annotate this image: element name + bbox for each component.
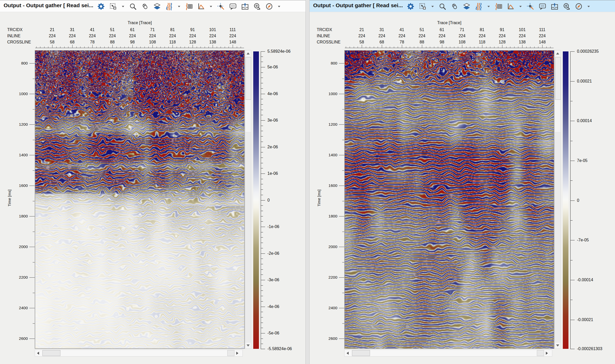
zoom-icon[interactable]	[129, 3, 137, 10]
layers-icon[interactable]	[153, 3, 161, 10]
trace-major-tick	[502, 45, 502, 48]
compass-icon[interactable]	[265, 3, 273, 10]
trace-minor-tick	[56, 47, 57, 48]
trace-table-icon[interactable]	[185, 3, 193, 10]
snapshot-export-icon[interactable]	[551, 3, 558, 10]
trace-minor-tick	[48, 47, 48, 48]
scroll-left-button[interactable]	[345, 350, 350, 356]
time-tick-label: 1800	[315, 214, 337, 219]
vertical-scrollbar[interactable]	[245, 50, 251, 349]
horizontal-scrollbar-thumb[interactable]	[42, 350, 60, 356]
zoom-icon[interactable]	[439, 3, 446, 10]
time-major-tick	[339, 247, 345, 247]
horizontal-scrollbar-block[interactable]	[227, 350, 234, 356]
layers-icon[interactable]	[463, 3, 471, 10]
vertical-scrollbar-track[interactable]	[555, 132, 560, 343]
panel-titlebar[interactable]: Output - Output gather [ Read sei...	[0, 0, 305, 12]
seismic-viewport	[35, 50, 245, 349]
gather-viewer-panel-right: Output - Output gather [ Read sei... Tra…	[310, 0, 615, 364]
trace-minor-tick	[526, 47, 527, 48]
scroll-right-button[interactable]	[544, 350, 550, 356]
colorbar-minor-tick	[261, 285, 263, 286]
compass-icon[interactable]	[575, 3, 583, 10]
mouse-control-icon[interactable]	[141, 3, 149, 10]
chevron-down-icon[interactable]	[587, 5, 590, 8]
position-crosshair-icon[interactable]	[527, 3, 534, 10]
trace-minor-tick	[546, 47, 547, 48]
header-row-label-trcidx: TRCIDX	[317, 28, 348, 34]
chevron-down-icon[interactable]	[431, 5, 434, 8]
chevron-down-icon[interactable]	[277, 5, 281, 8]
scroll-right-button[interactable]	[234, 350, 240, 356]
wiggle-display-icon[interactable]	[475, 3, 483, 10]
colorbar-minor-tick	[261, 104, 263, 105]
settings-gear-icon[interactable]	[407, 3, 414, 10]
horizontal-scrollbar[interactable]	[35, 350, 243, 357]
select-region-icon[interactable]	[109, 3, 117, 10]
trace-minor-tick	[168, 47, 169, 48]
scroll-down-button[interactable]	[555, 343, 560, 348]
trace-header-value-trcidx: 31	[62, 28, 82, 34]
trace-minor-tick	[470, 47, 470, 48]
annotation-icon[interactable]	[539, 3, 546, 10]
trace-minor-tick	[458, 47, 458, 48]
chevron-down-icon[interactable]	[209, 5, 213, 8]
time-major-tick	[339, 94, 345, 94]
chevron-down-icon[interactable]	[177, 5, 181, 8]
settings-gear-icon[interactable]	[97, 3, 105, 10]
trace-header-value-trcidx: 91	[183, 28, 203, 34]
chevron-down-icon[interactable]	[487, 5, 490, 8]
position-crosshair-icon[interactable]	[217, 3, 225, 10]
trace-axis-line	[35, 48, 244, 48]
trace-table-icon[interactable]	[495, 3, 502, 10]
panel-titlebar[interactable]: Output - Output gather [ Read sei...	[310, 0, 615, 12]
horizontal-scrollbar-thumb[interactable]	[352, 350, 370, 356]
colorbar-minor-tick	[261, 344, 263, 344]
trace-minor-tick	[450, 47, 450, 48]
trace-minor-tick	[124, 47, 125, 48]
histogram-icon[interactable]	[197, 3, 205, 10]
select-region-icon[interactable]	[419, 3, 427, 10]
trace-minor-tick	[160, 47, 161, 48]
colorbar-minor-tick	[570, 300, 573, 300]
scroll-down-button[interactable]	[245, 343, 251, 348]
seismic-image[interactable]	[35, 51, 244, 348]
annotation-icon[interactable]	[229, 3, 237, 10]
vertical-scrollbar-thumb[interactable]	[555, 57, 561, 100]
trace-header-value-inline: 224	[392, 34, 412, 40]
colorbar-minor-tick	[261, 168, 263, 168]
trace-minor-tick	[490, 47, 490, 48]
horizontal-scrollbar-block[interactable]	[537, 350, 544, 356]
histogram-icon[interactable]	[507, 3, 514, 10]
colorbar-minor-tick	[261, 57, 263, 57]
time-tick-label: 2200	[5, 275, 28, 280]
seismic-image[interactable]	[345, 51, 554, 348]
scroll-up-button[interactable]	[245, 51, 251, 56]
chevron-down-icon[interactable]	[519, 5, 522, 8]
trace-major-tick	[132, 45, 133, 48]
vertical-scrollbar-thumb[interactable]	[246, 57, 251, 100]
colorbar-minor-tick	[261, 115, 263, 115]
trace-minor-tick	[137, 47, 137, 48]
colorbar-major-tick	[261, 333, 265, 333]
horizontal-scrollbar[interactable]	[344, 350, 552, 357]
trace-minor-tick	[390, 47, 390, 48]
vertical-scrollbar-track[interactable]	[245, 132, 251, 343]
scroll-up-button[interactable]	[555, 51, 560, 56]
trace-minor-tick	[394, 47, 394, 48]
chevron-down-icon[interactable]	[121, 5, 125, 8]
colorbar-minor-tick	[261, 195, 263, 195]
scroll-left-button[interactable]	[35, 350, 41, 356]
mouse-control-icon[interactable]	[451, 3, 458, 10]
snapshot-export-icon[interactable]	[241, 3, 249, 10]
trace-minor-tick	[398, 47, 398, 48]
vertical-scrollbar[interactable]	[555, 50, 561, 349]
trace-minor-tick	[366, 47, 366, 48]
wiggle-display-icon[interactable]	[165, 3, 173, 10]
measure-icon[interactable]	[563, 3, 571, 10]
colorbar-minor-tick	[261, 211, 263, 211]
trace-minor-tick	[518, 47, 518, 48]
colorbar-tick-label: 3e-06	[267, 118, 309, 123]
measure-icon[interactable]	[253, 3, 261, 10]
trace-minor-tick	[538, 47, 538, 48]
